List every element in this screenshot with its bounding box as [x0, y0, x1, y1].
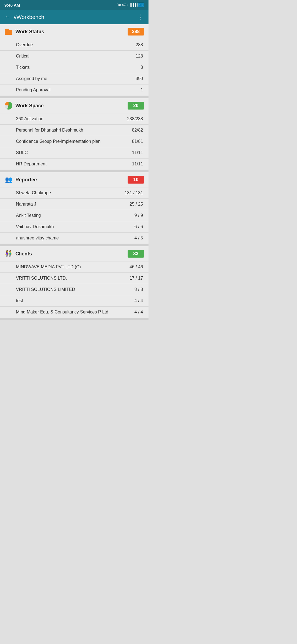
cli-row4-label: Mind Maker Edu. & Consultancy Services P…: [16, 310, 108, 315]
list-item[interactable]: Overdue 288: [0, 39, 148, 50]
app-bar: ← vWorkbench ⋮: [0, 10, 148, 24]
ws-row3-value: 11/11: [132, 150, 143, 155]
divider-3: [0, 244, 148, 246]
list-item[interactable]: Critical 128: [0, 50, 148, 62]
pie-chart-icon: [4, 102, 13, 110]
list-item[interactable]: Pending Approval 1: [0, 84, 148, 95]
status-time: 9:46 AM: [4, 3, 20, 7]
critical-value: 128: [136, 54, 143, 59]
clients-section: 👫 Clients 33 MINDWAVE MEDIA PVT LTD (C) …: [0, 246, 148, 318]
list-item[interactable]: Confidence Group Pre-implementation plan…: [0, 136, 148, 147]
cli-row4-value: 4 / 4: [134, 310, 143, 315]
cli-row0-label: MINDWAVE MEDIA PVT LTD (C): [16, 264, 81, 269]
ws-row2-value: 81/81: [132, 139, 143, 144]
rep-row1-label: Namrata J: [16, 202, 36, 207]
signal-icon: ▐▐▐: [129, 3, 136, 7]
divider-4: [0, 318, 148, 320]
clients-icon: 👫: [4, 250, 13, 258]
list-item[interactable]: anushree vijay chame 4 / 5: [0, 232, 148, 244]
cli-row1-value: 17 / 17: [130, 276, 143, 281]
rep-row0-label: Shweta Chakrupe: [16, 190, 51, 195]
critical-label: Critical: [16, 54, 29, 59]
app-bar-left: ← vWorkbench: [4, 13, 44, 21]
list-item[interactable]: 360 Activation 238/238: [0, 113, 148, 124]
overdue-label: Overdue: [16, 42, 33, 47]
reportee-badge: 10: [128, 176, 144, 184]
rep-row4-value: 4 / 5: [134, 236, 143, 241]
rep-row1-value: 25 / 25: [130, 202, 143, 207]
cli-row3-label: test: [16, 298, 23, 303]
ws-row1-label: Personal for Dhanashri Deshmukh: [16, 128, 83, 133]
tickets-value: 3: [141, 65, 143, 70]
list-item[interactable]: Mind Maker Edu. & Consultancy Services P…: [0, 306, 148, 318]
ws-row0-value: 238/238: [127, 116, 143, 121]
pending-approval-value: 1: [141, 88, 143, 92]
work-space-badge: 20: [128, 102, 144, 110]
list-item[interactable]: HR Department 11/11: [0, 158, 148, 170]
status-icons: Yo 4G+ ▐▐▐ 18: [117, 3, 144, 7]
clients-title: Clients: [15, 251, 32, 257]
clients-badge: 33: [128, 250, 144, 258]
cli-row0-value: 46 / 46: [130, 264, 143, 269]
bottom-space: [0, 320, 148, 403]
ws-row1-value: 82/82: [132, 128, 143, 133]
work-space-section: Work Space 20 360 Activation 238/238 Per…: [0, 98, 148, 170]
list-item[interactable]: SDLC 11/11: [0, 147, 148, 158]
work-status-title: Work Status: [15, 29, 44, 35]
list-item[interactable]: Ankit Testing 9 / 9: [0, 210, 148, 221]
overdue-value: 288: [136, 42, 143, 47]
list-item[interactable]: Assigned by me 390: [0, 73, 148, 84]
battery-icon: 18: [138, 3, 144, 7]
content: Work Status 288 Overdue 288 Critical 128…: [0, 24, 148, 403]
list-item[interactable]: VRITTI SOLUTIONS LTD. 17 / 17: [0, 272, 148, 284]
ws-row2-label: Confidence Group Pre-implementation plan: [16, 139, 101, 144]
work-space-title: Work Space: [15, 103, 44, 109]
network-icon: Yo 4G+: [117, 3, 128, 7]
back-button[interactable]: ←: [4, 13, 10, 21]
rep-row2-label: Ankit Testing: [16, 213, 41, 218]
assigned-by-me-label: Assigned by me: [16, 76, 47, 81]
cli-row2-label: VRITTI SOLUTIONS LIMITED: [16, 287, 75, 292]
work-status-badge: 288: [128, 28, 144, 36]
list-item[interactable]: Personal for Dhanashri Deshmukh 82/82: [0, 124, 148, 136]
work-status-section: Work Status 288 Overdue 288 Critical 128…: [0, 24, 148, 95]
ws-row4-label: HR Department: [16, 162, 46, 167]
more-button[interactable]: ⋮: [138, 13, 144, 21]
pending-approval-label: Pending Approval: [16, 88, 50, 92]
rep-row2-value: 9 / 9: [134, 213, 143, 218]
tickets-label: Tickets: [16, 65, 30, 70]
cli-row2-value: 8 / 8: [134, 287, 143, 292]
people-icon: 👥: [4, 176, 13, 184]
cli-row3-value: 4 / 4: [134, 298, 143, 303]
work-space-header[interactable]: Work Space 20: [0, 98, 148, 113]
rep-row3-value: 6 / 6: [134, 224, 143, 229]
app-title: vWorkbench: [14, 14, 44, 20]
assigned-by-me-value: 390: [136, 76, 143, 81]
clients-header[interactable]: 👫 Clients 33: [0, 246, 148, 261]
divider-2: [0, 170, 148, 172]
list-item[interactable]: MINDWAVE MEDIA PVT LTD (C) 46 / 46: [0, 261, 148, 272]
ws-row3-label: SDLC: [16, 150, 28, 155]
cli-row1-label: VRITTI SOLUTIONS LTD.: [16, 276, 67, 281]
list-item[interactable]: Vaibhav Deshmukh 6 / 6: [0, 221, 148, 232]
reportee-header[interactable]: 👥 Reportee 10: [0, 172, 148, 187]
list-item[interactable]: Tickets 3: [0, 62, 148, 73]
rep-row4-label: anushree vijay chame: [16, 236, 59, 241]
rep-row0-value: 131 / 131: [125, 190, 143, 195]
status-bar: 9:46 AM Yo 4G+ ▐▐▐ 18: [0, 0, 148, 10]
reportee-section: 👥 Reportee 10 Shweta Chakrupe 131 / 131 …: [0, 172, 148, 244]
list-item[interactable]: Shweta Chakrupe 131 / 131: [0, 187, 148, 198]
reportee-title: Reportee: [15, 177, 37, 183]
folder-icon: [4, 28, 13, 36]
list-item[interactable]: test 4 / 4: [0, 295, 148, 306]
work-status-header[interactable]: Work Status 288: [0, 24, 148, 39]
list-item[interactable]: VRITTI SOLUTIONS LIMITED 8 / 8: [0, 284, 148, 295]
ws-row4-value: 11/11: [132, 162, 143, 167]
ws-row0-label: 360 Activation: [16, 116, 43, 121]
divider-1: [0, 96, 148, 98]
rep-row3-label: Vaibhav Deshmukh: [16, 224, 54, 229]
list-item[interactable]: Namrata J 25 / 25: [0, 198, 148, 210]
